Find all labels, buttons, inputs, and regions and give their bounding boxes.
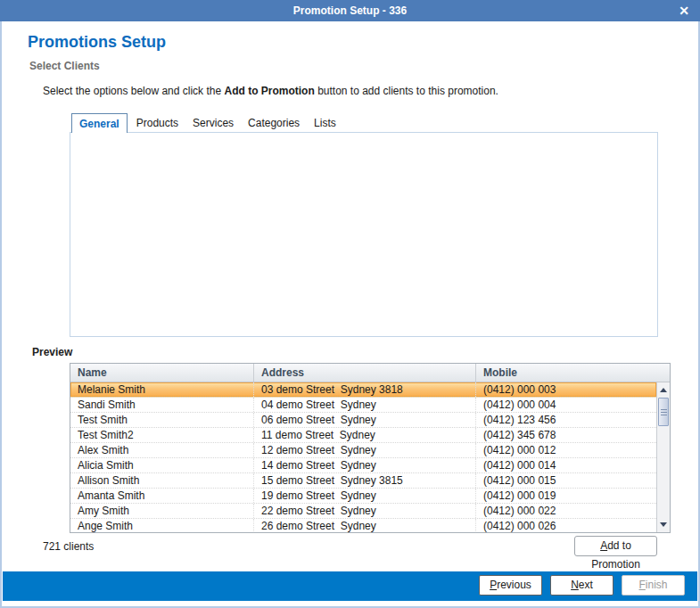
client-name: Sandi Smith <box>70 398 253 412</box>
client-address: 22 demo Street Sydney <box>253 504 475 518</box>
client-address: 14 demo Street Sydney <box>253 458 475 472</box>
column-header-address[interactable]: Address <box>253 364 475 382</box>
table-row[interactable]: Amanta Smith19 demo Street Sydney(0412) … <box>70 489 656 504</box>
scroll-down-icon[interactable] <box>658 519 669 530</box>
tab-products[interactable]: Products <box>129 113 185 133</box>
client-mobile: (0412) 000 022 <box>475 504 656 518</box>
client-address: 06 demo Street Sydney <box>253 413 475 427</box>
tab-strip: General Products Services Categories Lis… <box>71 113 343 133</box>
tab-categories[interactable]: Categories <box>241 113 307 133</box>
client-name: Alex Smith <box>70 443 253 457</box>
tab-general[interactable]: General <box>71 113 128 133</box>
column-header-mobile[interactable]: Mobile <box>475 364 670 382</box>
client-count: 721 clients <box>43 540 94 553</box>
client-name: Amanta Smith <box>70 489 253 503</box>
filter-groupbox <box>70 132 658 337</box>
window-titlebar: Promotion Setup - 336 ✕ <box>0 0 700 21</box>
client-mobile: (0412) 000 026 <box>475 519 656 533</box>
client-mobile: (0412) 000 019 <box>475 489 656 503</box>
preview-label: Preview <box>32 346 72 358</box>
finish-button: Finish <box>622 575 685 596</box>
table-header: Name Address Mobile <box>70 364 670 382</box>
table-row[interactable]: Sandi Smith04 demo Street Sydney(0412) 0… <box>70 398 656 413</box>
promotion-setup-dialog: Promotion Setup - 336 ✕ Promotions Setup… <box>0 0 700 608</box>
page-title: Promotions Setup <box>28 33 166 52</box>
client-mobile: (0412) 000 012 <box>475 443 656 457</box>
client-mobile: (0412) 000 014 <box>475 458 656 472</box>
table-row[interactable]: Melanie Smith03 demo Street Sydney 3818(… <box>70 382 656 398</box>
client-name: Test Smith2 <box>70 428 253 442</box>
table-row[interactable]: Test Smith06 demo Street Sydney(0412) 12… <box>70 413 656 428</box>
client-name: Amy Smith <box>70 504 253 518</box>
table-row[interactable]: Alicia Smith14 demo Street Sydney(0412) … <box>70 458 656 473</box>
tab-lists[interactable]: Lists <box>307 113 343 133</box>
scroll-up-icon[interactable] <box>658 384 669 396</box>
client-address: 11 demo Street Sydney <box>253 428 475 442</box>
window-title: Promotion Setup - 336 <box>293 4 407 17</box>
table-row[interactable]: Amy Smith22 demo Street Sydney(0412) 000… <box>70 504 656 519</box>
scrollbar-thumb[interactable] <box>658 398 669 426</box>
client-address: 04 demo Street Sydney <box>253 398 475 412</box>
client-name: Ange Smith <box>70 519 253 533</box>
clients-table: Name Address Mobile Melanie Smith03 demo… <box>70 363 671 533</box>
client-mobile: (0412) 000 015 <box>475 473 656 488</box>
column-header-name[interactable]: Name <box>70 364 253 382</box>
vertical-scrollbar[interactable] <box>656 382 670 532</box>
client-mobile: (0412) 000 004 <box>475 398 656 412</box>
table-row[interactable]: Alex Smith12 demo Street Sydney(0412) 00… <box>70 443 656 458</box>
client-address: 15 demo Street Sydney 3815 <box>253 473 475 488</box>
client-mobile: (0412) 123 456 <box>475 413 656 427</box>
table-row[interactable]: Test Smith211 demo Street Sydney(0412) 3… <box>70 428 656 443</box>
add-to-promotion-button[interactable]: Add to Promotion <box>574 536 657 556</box>
client-name: Alicia Smith <box>70 458 253 472</box>
page-subtitle: Select Clients <box>29 60 100 72</box>
client-address: 19 demo Street Sydney <box>253 489 475 503</box>
previous-button[interactable]: Previous <box>479 575 542 596</box>
table-row[interactable]: Ange Smith26 demo Street Sydney(0412) 00… <box>70 519 656 533</box>
tab-services[interactable]: Services <box>185 113 241 133</box>
client-mobile: (0412) 000 003 <box>475 382 656 397</box>
client-name: Melanie Smith <box>70 382 253 397</box>
instruction-bold: Add to Promotion <box>224 85 314 97</box>
client-mobile: (0412) 345 678 <box>475 428 656 442</box>
client-address: 12 demo Street Sydney <box>253 443 475 457</box>
client-address: 03 demo Street Sydney 3818 <box>253 382 475 397</box>
client-name: Allison Smith <box>70 473 253 488</box>
client-name: Test Smith <box>70 413 253 427</box>
close-icon[interactable]: ✕ <box>679 3 689 19</box>
table-row[interactable]: Allison Smith15 demo Street Sydney 3815(… <box>70 473 656 489</box>
instruction-post: button to add clients to this promotion. <box>315 85 498 97</box>
client-address: 26 demo Street Sydney <box>253 519 475 533</box>
instruction-pre: Select the options below and click the <box>43 85 224 97</box>
next-button[interactable]: Next <box>550 575 614 596</box>
table-body: Melanie Smith03 demo Street Sydney 3818(… <box>70 382 656 532</box>
instruction-text: Select the options below and click the A… <box>43 85 498 97</box>
